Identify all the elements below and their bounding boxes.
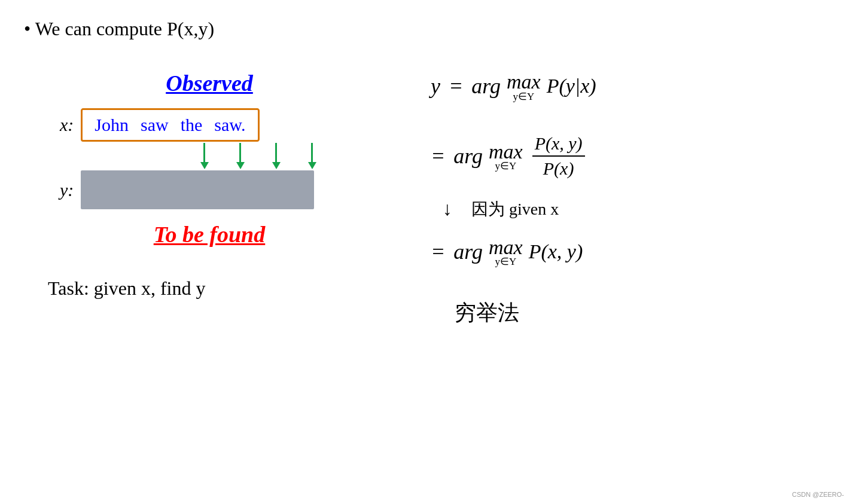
watermark: CSDN @ZEERO- — [792, 491, 844, 498]
viterbi-label: 穷举法 — [455, 298, 829, 328]
green-arrow-4 — [308, 143, 316, 169]
arrow-head-2 — [236, 162, 245, 169]
task-text: Task: given x, find y — [24, 277, 206, 300]
y-label: y: — [60, 180, 74, 200]
max-sub-2: y∈Y — [495, 160, 516, 172]
to-be-found-label: To be found — [154, 221, 266, 248]
formula-line-1: y = arg max y∈Y P(y|x) — [431, 70, 829, 103]
formula-arg2: arg — [453, 143, 483, 169]
observed-label: Observed — [166, 70, 253, 96]
x-row: x: John saw the saw. — [24, 108, 260, 142]
formula-line-3: ↓ 因为 given x — [443, 197, 829, 220]
formula-pxy: P(x, y) — [529, 240, 583, 264]
arrows-row — [89, 143, 330, 169]
argmax-group-4: max y∈Y — [489, 236, 523, 268]
down-arrow-icon: ↓ — [443, 197, 452, 220]
word-the: the — [181, 115, 203, 135]
arrow-head-1 — [200, 162, 209, 169]
max-sub-4: y∈Y — [495, 256, 516, 268]
arrow-4 — [294, 143, 330, 169]
fraction-numerator: P(x, y) — [532, 133, 585, 157]
green-arrow-1 — [200, 143, 209, 169]
arrow-head-3 — [272, 162, 281, 169]
formula-arg1: arg — [471, 74, 501, 99]
formula-pygivenx: P(y|x) — [547, 74, 596, 99]
arrow-shaft-4 — [311, 143, 313, 162]
formula-arg4: arg — [453, 239, 483, 265]
y-row: y: — [24, 170, 314, 209]
formula-eq2: = — [431, 143, 445, 169]
argmax-group-1: max y∈Y — [507, 70, 541, 103]
word-saw1: saw — [141, 115, 169, 135]
header-text: • We can compute P(x,y) — [24, 18, 214, 40]
arrow-head-4 — [308, 162, 316, 169]
main-container: • We can compute P(x,y) Observed x: John… — [0, 0, 853, 504]
left-side: Observed x: John saw the saw. — [24, 64, 395, 300]
content-area: Observed x: John saw the saw. — [24, 64, 829, 328]
argmax-group-2: max y∈Y — [489, 140, 523, 173]
formula-line-2: = arg max y∈Y P(x, y) P(x) — [431, 133, 829, 179]
arrow-3 — [258, 143, 294, 169]
formula-eq1: = — [449, 74, 463, 99]
arrow-shaft-2 — [239, 143, 241, 162]
header-bullet: • We can compute P(x,y) — [24, 18, 829, 40]
max-sub-1: y∈Y — [513, 91, 534, 103]
word-john: John — [95, 115, 129, 135]
fraction-block: P(x, y) P(x) — [532, 133, 585, 179]
arrow-shaft-1 — [203, 143, 205, 162]
handwritten-note: 因为 given x — [471, 199, 559, 219]
formula-eq4: = — [431, 239, 445, 265]
x-label: x: — [60, 115, 74, 135]
sentence-box: John saw the saw. — [81, 108, 259, 142]
fraction-denominator: P(x) — [541, 157, 577, 179]
gray-box — [81, 170, 314, 209]
word-saw2: saw. — [214, 115, 245, 135]
arrow-2 — [223, 143, 258, 169]
green-arrow-3 — [272, 143, 281, 169]
formula-line-4: = arg max y∈Y P(x, y) — [431, 236, 829, 268]
green-arrow-2 — [236, 143, 245, 169]
formula-y: y — [431, 74, 440, 99]
arrow-shaft-3 — [275, 143, 277, 162]
note-text: 因为 given x — [471, 199, 559, 219]
arrow-1 — [187, 143, 223, 169]
right-side: y = arg max y∈Y P(y|x) = arg max y∈Y P(x… — [395, 64, 829, 328]
